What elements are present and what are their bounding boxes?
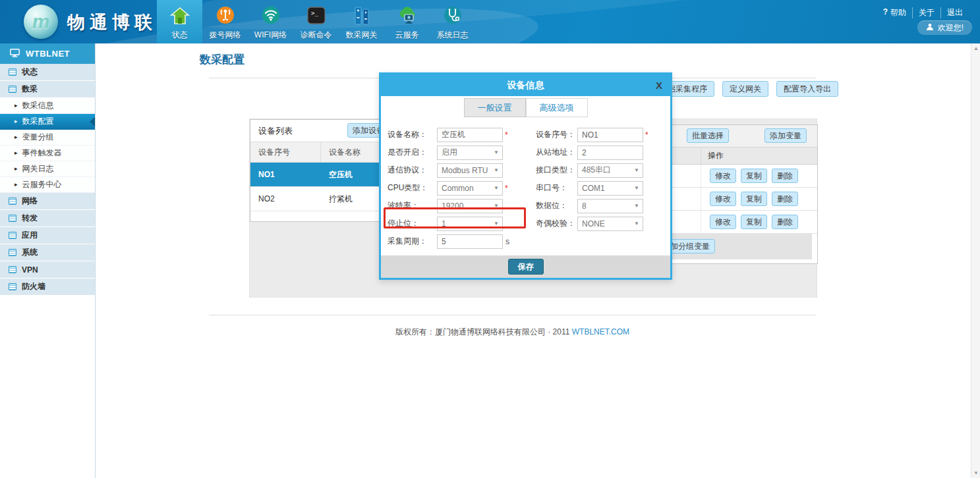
device-serial-cell: NO2 (250, 187, 321, 211)
slave-addr-input[interactable] (577, 146, 643, 160)
protocol-label: 通信协议： (381, 165, 437, 176)
sidebar-subitem-acquisition-config[interactable]: ▸ 数采配置 (0, 114, 95, 130)
period-input[interactable] (437, 234, 503, 249)
caret-icon: ▸ (14, 134, 18, 140)
welcome-button[interactable]: 欢迎您! (917, 20, 972, 35)
copy-button[interactable]: 复制 (741, 169, 767, 183)
list-icon (9, 86, 16, 93)
edit-button[interactable]: 修改 (710, 169, 736, 183)
edit-button[interactable]: 修改 (710, 192, 736, 206)
nav-item-diagnostic-command[interactable]: >_ 诊断命令 (293, 0, 339, 43)
list-icon (9, 283, 16, 290)
active-notch-icon (90, 117, 95, 126)
logout-label: 退出 (947, 7, 963, 18)
interface-select[interactable]: 485串口 ▼ (577, 163, 643, 178)
vertical-scrollbar[interactable]: ▲ ▼ (971, 43, 980, 478)
delete-button[interactable]: 删除 (772, 192, 798, 206)
sidebar-item-label: 状态 (22, 66, 38, 78)
sidebar-subitem-label: 数采信息 (22, 100, 54, 111)
edit-button[interactable]: 修改 (710, 215, 736, 229)
header-links: ? 帮助 关于 退出 (877, 7, 963, 18)
list-icon (9, 215, 16, 222)
device-serial-cell: NO1 (250, 163, 321, 186)
help-link[interactable]: ? 帮助 (877, 7, 913, 18)
sidebar-subitem-cloud-center[interactable]: ▸ 云服务中心 (0, 177, 95, 193)
user-icon (926, 23, 934, 33)
nav-item-status[interactable]: 状态 (157, 0, 202, 43)
com-port-select[interactable]: COM1 ▼ (577, 181, 643, 196)
sidebar-subitem-event-trigger[interactable]: ▸ 事件触发器 (0, 146, 95, 161)
nav-item-dialup-network[interactable]: 拨号网络 (202, 0, 248, 43)
tab-advanced-options[interactable]: 高级选项 (526, 98, 588, 117)
enabled-select[interactable]: 启用 ▼ (437, 146, 503, 160)
com-port-label: 串口号： (527, 182, 577, 194)
sidebar-item-system[interactable]: 系统 (0, 244, 95, 261)
wtblnet-link[interactable]: WTBLNET.COM (572, 327, 629, 336)
sidebar-item-data-acquisition[interactable]: 数采 (0, 81, 95, 98)
parity-select[interactable]: NONE ▼ (577, 217, 643, 231)
nav-label: 诊断命令 (301, 30, 332, 41)
sidebar-subitem-gateway-log[interactable]: ▸ 网关日志 (0, 161, 95, 177)
brand-label: WTBLNET (26, 49, 70, 59)
device-info-modal: 设备信息 X 一般设置 高级选项 设备名称： * 设备序号： * 是否开启： 启… (379, 72, 672, 280)
nav-label: 云服务 (395, 30, 419, 41)
sidebar-item-status[interactable]: 状态 (0, 64, 95, 81)
syslog-icon (441, 4, 465, 28)
stop-bits-select[interactable]: 1 ▼ (437, 217, 503, 231)
form-row: 通信协议： Modbus RTU ▼ 接口类型： 485串口 ▼ (381, 161, 670, 179)
device-serial-input[interactable] (577, 128, 643, 142)
sidebar-subitem-acquisition-info[interactable]: ▸ 数采信息 (0, 98, 95, 114)
page-title: 数采配置 (200, 52, 245, 67)
modal-title: 设备信息 (507, 80, 544, 90)
define-gateway-button[interactable]: 定义网关 (722, 81, 768, 97)
data-bits-select[interactable]: 8 ▼ (577, 199, 643, 213)
sidebar-subitem-variable-group[interactable]: ▸ 变量分组 (0, 130, 95, 146)
tab-general-settings[interactable]: 一般设置 (464, 98, 526, 117)
baud-rate-value: 19200 (442, 201, 463, 211)
stop-bits-label: 停止位： (381, 218, 437, 229)
cpu-type-select[interactable]: Common ▼ (437, 181, 503, 196)
device-list-title: 设备列表 (258, 125, 293, 137)
slave-addr-label: 从站地址： (527, 147, 577, 158)
nav-item-data-gateway[interactable]: 数采网关 (339, 0, 384, 43)
chevron-down-icon: ▼ (494, 221, 499, 226)
caret-icon: ▸ (14, 119, 18, 124)
sidebar-item-vpn[interactable]: VPN (0, 261, 95, 279)
about-link[interactable]: 关于 (913, 7, 941, 18)
chevron-down-icon: ▼ (634, 167, 639, 173)
delete-button[interactable]: 删除 (772, 215, 798, 229)
caret-icon: ▸ (14, 182, 18, 188)
sidebar-item-network[interactable]: 网络 (0, 193, 95, 210)
protocol-select[interactable]: Modbus RTU ▼ (437, 163, 503, 178)
copy-button[interactable]: 复制 (741, 215, 767, 229)
device-name-input[interactable] (437, 128, 503, 142)
home-icon (168, 4, 192, 28)
baud-rate-select[interactable]: 19200 ▼ (437, 199, 503, 213)
chevron-down-icon: ▼ (634, 185, 639, 191)
nav-item-system-log[interactable]: 系统日志 (430, 0, 475, 43)
variable-row-actions: 修改 复制 删除 (701, 169, 798, 183)
sidebar-item-forwarding[interactable]: 转发 (0, 210, 95, 227)
sidebar-subitem-label: 变量分组 (22, 132, 54, 143)
col-device-serial: 设备序号 (250, 142, 321, 162)
save-button[interactable]: 保存 (508, 259, 544, 275)
sidebar-item-label: 应用 (22, 230, 38, 241)
scroll-up-icon[interactable]: ▲ (971, 45, 980, 51)
add-variable-button[interactable]: 添加变量 (764, 128, 807, 143)
delete-button[interactable]: 删除 (772, 169, 798, 183)
nav-item-cloud-service[interactable]: 云服务 (384, 0, 430, 43)
copy-button[interactable]: 复制 (741, 192, 767, 206)
top-nav: 状态 拨号网络 WIFI网络 >_ 诊断命令 数采网关 (157, 0, 475, 43)
required-mark: * (645, 130, 650, 140)
form-row: 设备名称： * 设备序号： * (381, 126, 670, 144)
scroll-down-icon[interactable]: ▼ (971, 470, 980, 476)
sidebar-item-application[interactable]: 应用 (0, 227, 95, 244)
batch-select-button[interactable]: 批量选择 (687, 128, 729, 143)
logout-link[interactable]: 退出 (941, 7, 963, 18)
config-import-export-button[interactable]: 配置导入导出 (776, 81, 838, 97)
nav-label: 拨号网络 (210, 30, 241, 41)
sidebar-item-firewall[interactable]: 防火墙 (0, 279, 95, 296)
nav-item-wifi-network[interactable]: WIFI网络 (248, 0, 293, 43)
close-icon[interactable]: X (656, 74, 662, 96)
dialup-network-icon (214, 4, 237, 28)
